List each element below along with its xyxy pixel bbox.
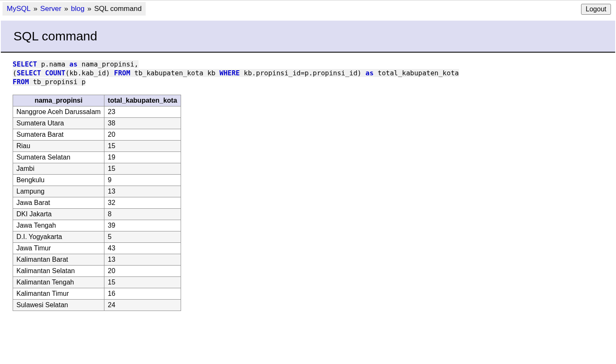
table-cell: DKI Jakarta [13, 209, 104, 220]
table-row: DKI Jakarta8 [13, 209, 181, 220]
breadcrumb-link[interactable]: Server [40, 5, 61, 13]
table-row: Kalimantan Selatan20 [13, 266, 181, 277]
table-row: Sumatera Barat20 [13, 129, 181, 141]
table-cell: Jawa Barat [13, 197, 104, 209]
table-cell: 23 [104, 106, 181, 118]
table-cell: 5 [104, 231, 181, 243]
table-cell: 20 [104, 266, 181, 277]
table-cell: 20 [104, 129, 181, 141]
sql-keyword: FROM [13, 78, 29, 86]
sql-token [41, 69, 45, 77]
table-cell: 16 [104, 288, 181, 300]
breadcrumb-sep: » [85, 5, 94, 13]
sql-keyword: FROM [114, 69, 131, 77]
sql-token: p.nama [37, 60, 69, 68]
sql-keyword: SELECT [17, 69, 41, 77]
table-cell: 15 [104, 277, 181, 288]
table-row: Sumatera Selatan19 [13, 152, 181, 163]
table-cell: 9 [104, 175, 181, 186]
sql-token: tb_propinsi p [29, 78, 86, 86]
table-cell: Kalimantan Tengah [13, 277, 104, 288]
breadcrumb: MySQL » Server » blog » SQL command [3, 2, 146, 16]
table-row: Jambi15 [13, 163, 181, 175]
sql-token: nama_propinsi, [77, 60, 139, 68]
table-row: Sulawesi Selatan24 [13, 300, 181, 311]
column-header[interactable]: total_kabupaten_kota [104, 95, 181, 106]
sql-keyword: as [365, 69, 373, 77]
table-cell: 39 [104, 220, 181, 231]
table-cell: Kalimantan Barat [13, 254, 104, 266]
table-row: Kalimantan Tengah15 [13, 277, 181, 288]
sql-token: tb_kabupaten_kota kb [130, 69, 219, 77]
sql-keyword: as [69, 60, 77, 68]
breadcrumb-sep: » [61, 5, 71, 13]
sql-code: SELECT p.nama as nama_propinsi, (SELECT … [13, 60, 603, 86]
table-cell: 15 [104, 163, 181, 175]
table-cell: Kalimantan Selatan [13, 266, 104, 277]
breadcrumb-link[interactable]: blog [71, 5, 85, 13]
table-cell: 32 [104, 197, 181, 209]
table-cell: 8 [104, 209, 181, 220]
page-title: SQL command [13, 29, 603, 43]
table-cell: Sumatera Selatan [13, 152, 104, 163]
table-cell: 38 [104, 118, 181, 129]
sql-token: kb.propinsi_id=p.propinsi_id) [240, 69, 365, 77]
table-cell: 13 [104, 186, 181, 197]
table-cell: Kalimantan Timur [13, 288, 104, 300]
sql-keyword: SELECT [13, 60, 37, 68]
table-cell: Sulawesi Selatan [13, 300, 104, 311]
page-title-banner: SQL command [1, 21, 615, 53]
table-cell: Jawa Timur [13, 243, 104, 254]
sql-token: ( [13, 69, 17, 77]
table-row: Jawa Tengah39 [13, 220, 181, 231]
table-cell: 43 [104, 243, 181, 254]
logout-button[interactable]: Logout [581, 4, 611, 15]
table-row: Jawa Timur43 [13, 243, 181, 254]
table-cell: 24 [104, 300, 181, 311]
table-cell: Sumatera Utara [13, 118, 104, 129]
table-row: D.I. Yogyakarta5 [13, 231, 181, 243]
table-cell: D.I. Yogyakarta [13, 231, 104, 243]
breadcrumb-current: SQL command [94, 5, 142, 13]
table-row: Sumatera Utara38 [13, 118, 181, 129]
sql-keyword: WHERE [219, 69, 240, 77]
column-header[interactable]: nama_propinsi [13, 95, 104, 106]
table-row: Bengkulu9 [13, 175, 181, 186]
table-row: Riau15 [13, 141, 181, 152]
table-cell: Sumatera Barat [13, 129, 104, 141]
result-table: nama_propinsitotal_kabupaten_kota Nanggr… [13, 95, 181, 311]
table-cell: Jawa Tengah [13, 220, 104, 231]
breadcrumb-sep: » [31, 5, 40, 13]
table-cell: 19 [104, 152, 181, 163]
sql-keyword: COUNT [45, 69, 65, 77]
table-row: Jawa Barat32 [13, 197, 181, 209]
table-cell: Lampung [13, 186, 104, 197]
table-cell: Bengkulu [13, 175, 104, 186]
table-row: Kalimantan Barat13 [13, 254, 181, 266]
table-cell: Jambi [13, 163, 104, 175]
table-cell: 13 [104, 254, 181, 266]
table-row: Lampung13 [13, 186, 181, 197]
table-cell: 15 [104, 141, 181, 152]
table-cell: Riau [13, 141, 104, 152]
sql-token: (kb.kab_id) [65, 69, 114, 77]
table-row: Nanggroe Aceh Darussalam23 [13, 106, 181, 118]
sql-token: total_kabupaten_kota [373, 69, 459, 77]
breadcrumb-link[interactable]: MySQL [7, 5, 31, 13]
table-cell: Nanggroe Aceh Darussalam [13, 106, 104, 118]
table-row: Kalimantan Timur16 [13, 288, 181, 300]
